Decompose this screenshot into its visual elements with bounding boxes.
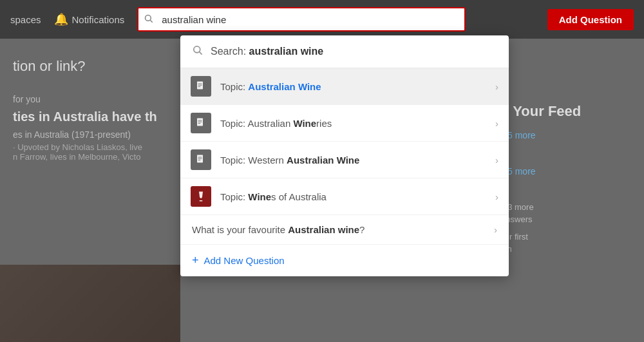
search-icon (144, 14, 153, 25)
dropdown-search-query: australian wine (249, 46, 324, 57)
chevron-icon-1: › (495, 81, 498, 92)
bg-right-text-2: k your first (489, 232, 631, 242)
add-new-question-label: Add New Question (204, 255, 285, 266)
bg-right-title: Ive Your Feed (489, 103, 631, 120)
topic-icon-1 (191, 76, 211, 97)
topic-icon-2 (191, 113, 211, 133)
search-input[interactable] (137, 7, 466, 32)
bg-image-overlay (0, 265, 180, 342)
chevron-icon-question: › (494, 224, 497, 235)
question-bold: Australian wine (288, 224, 359, 235)
topic-label-3: Topic: Western Australian Wine (220, 155, 490, 166)
svg-rect-15 (198, 160, 201, 160)
search-all-row[interactable]: Search: australian wine (180, 35, 509, 68)
bg-right-panel: Ive Your Feed llow 5 more aces llow 5 mo… (489, 103, 631, 254)
bg-right-link-0: llow 5 more (489, 130, 631, 140)
question-favourite-wine[interactable]: What is your favourite Australian wine? … (180, 215, 509, 245)
topic-bold-2: Wine (293, 118, 316, 129)
svg-rect-11 (198, 123, 201, 124)
svg-rect-5 (198, 84, 202, 84)
topic-australian-wineries[interactable]: Topic: Australian Wineries › (180, 105, 509, 142)
svg-point-2 (194, 46, 200, 53)
question-text: What is your favourite Australian wine? (192, 224, 489, 235)
topic-label-4: Topic: Wines of Australia (220, 191, 490, 202)
bg-image (0, 265, 180, 342)
plus-icon: + (192, 254, 199, 267)
chevron-icon-2: › (495, 118, 498, 129)
notifications-nav[interactable]: 🔔 Notifications (54, 12, 125, 26)
topic-label-1: Topic: Australian Wine (220, 81, 490, 92)
chevron-icon-3: › (495, 155, 498, 166)
svg-rect-7 (198, 86, 201, 87)
topic-icon-4 (191, 186, 211, 207)
bg-right-link-1: aces (489, 148, 631, 158)
topic-australian-wine[interactable]: Topic: Australian Wine › (180, 68, 509, 105)
add-question-button[interactable]: Add Question (547, 9, 634, 30)
svg-line-1 (151, 20, 153, 22)
bg-right-text-1: od answers (489, 214, 631, 224)
svg-rect-6 (198, 85, 202, 86)
chevron-icon-4: › (495, 191, 498, 202)
topic-wines-of-australia[interactable]: Topic: Wines of Australia › (180, 178, 509, 215)
add-new-question-row[interactable]: + Add New Question (180, 245, 509, 276)
topic-label-2: Topic: Australian Wineries (220, 118, 490, 129)
bg-right-text-0: vote 3 more (489, 202, 631, 212)
svg-rect-10 (198, 122, 202, 122)
topic-icon-3 (191, 149, 211, 170)
search-dropdown: Search: australian wine Topic: Australia… (180, 35, 509, 276)
spaces-link[interactable]: spaces (10, 14, 41, 25)
header: spaces 🔔 Notifications Add Question (0, 0, 644, 39)
dropdown-search-icon (192, 44, 203, 59)
topic-name-1: Australian Wine (248, 81, 321, 92)
svg-rect-14 (198, 158, 202, 159)
svg-rect-9 (198, 120, 202, 121)
topic-bold-4: Wine (248, 191, 271, 202)
notifications-label: Notifications (72, 14, 125, 25)
search-bar-wrapper (137, 7, 466, 32)
svg-rect-13 (198, 157, 202, 158)
svg-line-3 (200, 52, 202, 55)
bell-icon: 🔔 (54, 12, 68, 26)
bg-right-text-3: estion (489, 244, 631, 254)
dropdown-search-text: Search: australian wine (211, 46, 323, 57)
bg-right-link-3: pics (489, 184, 631, 195)
svg-point-0 (146, 15, 151, 21)
topic-bold-3: Australian Wine (287, 155, 359, 166)
bg-right-link-2: llow 5 more (489, 166, 631, 176)
topic-western-australian-wine[interactable]: Topic: Western Australian Wine › (180, 142, 509, 178)
